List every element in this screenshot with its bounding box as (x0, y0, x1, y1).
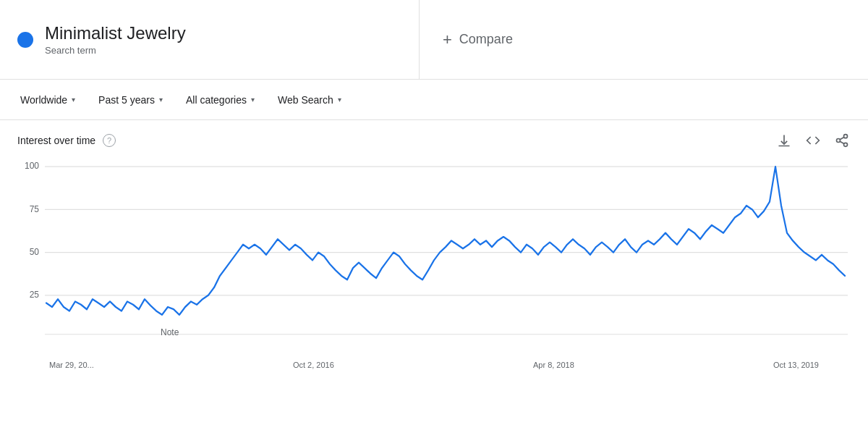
compare-label: Compare (459, 32, 513, 47)
category-filter[interactable]: All categories ▾ (177, 90, 263, 110)
embed-icon[interactable] (804, 132, 822, 149)
x-axis-labels: Mar 29, 20... Oct 2, 2016 Apr 8, 2018 Oc… (17, 358, 851, 369)
category-label: All categories (186, 94, 247, 106)
type-chevron-icon: ▾ (338, 96, 341, 104)
x-label-1: Oct 2, 2016 (293, 361, 334, 369)
header: Minimalist Jewelry Search term + Compare (0, 0, 868, 80)
region-label: Worldwide (20, 94, 67, 106)
region-filter[interactable]: Worldwide ▾ (12, 90, 84, 110)
x-label-2: Apr 8, 2018 (533, 361, 574, 369)
time-chevron-icon: ▾ (159, 96, 163, 104)
svg-line-3 (840, 141, 844, 143)
filters-bar: Worldwide ▾ Past 5 years ▾ All categorie… (0, 80, 868, 120)
search-term-section: Minimalist Jewelry Search term (0, 0, 420, 79)
term-label: Search term (45, 45, 186, 56)
compare-button[interactable]: + Compare (443, 30, 513, 49)
compare-plus-icon: + (443, 30, 452, 49)
time-label: Past 5 years (98, 94, 155, 106)
chart-header: Interest over time ? (17, 132, 851, 149)
svg-text:25: 25 (30, 290, 39, 300)
note-label: Note (161, 327, 179, 337)
term-name: Minimalist Jewelry (45, 23, 186, 44)
compare-section: + Compare (420, 0, 868, 79)
region-chevron-icon: ▾ (72, 96, 75, 104)
svg-line-4 (840, 137, 844, 139)
svg-point-0 (844, 135, 848, 138)
svg-point-2 (844, 143, 848, 146)
chart-title-area: Interest over time ? (17, 134, 116, 147)
chart-title: Interest over time (17, 135, 95, 146)
x-label-0: Mar 29, 20... (49, 361, 94, 369)
chart-actions (775, 132, 851, 149)
x-label-3: Oct 13, 2019 (773, 361, 819, 369)
term-color-dot (17, 32, 33, 48)
help-icon[interactable]: ? (103, 134, 116, 147)
trend-chart: 100 75 50 25 (17, 155, 851, 358)
time-filter[interactable]: Past 5 years ▾ (90, 90, 171, 110)
chart-wrapper: 100 75 50 25 Note (17, 155, 851, 358)
svg-text:50: 50 (30, 246, 39, 257)
type-label: Web Search (278, 94, 333, 106)
svg-text:75: 75 (30, 203, 39, 214)
chart-section: Interest over time ? (0, 120, 868, 381)
svg-text:100: 100 (25, 161, 39, 172)
share-icon[interactable] (833, 132, 851, 149)
svg-point-1 (837, 139, 841, 143)
type-filter[interactable]: Web Search ▾ (269, 90, 350, 110)
download-icon[interactable] (775, 132, 793, 149)
category-chevron-icon: ▾ (251, 96, 255, 104)
term-info: Minimalist Jewelry Search term (45, 23, 186, 56)
